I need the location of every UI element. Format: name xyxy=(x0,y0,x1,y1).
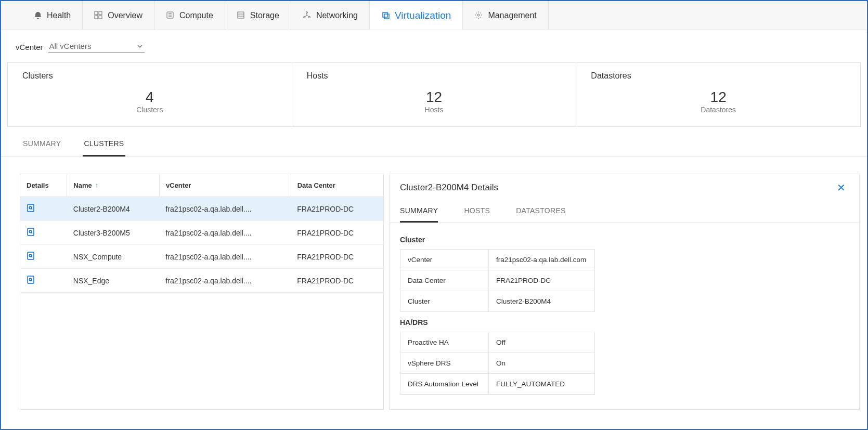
cell-name: Cluster2-B200M4 xyxy=(67,197,160,221)
section-title: Cluster xyxy=(400,236,849,244)
stat-value: 12 xyxy=(307,89,562,106)
vcenter-selected-value: All vCenters xyxy=(49,42,92,50)
svg-point-18 xyxy=(29,206,32,209)
svg-rect-0 xyxy=(95,11,98,15)
svg-rect-2 xyxy=(95,16,98,19)
kv-key: vCenter xyxy=(400,250,489,270)
network-icon xyxy=(303,11,312,20)
col-data-center[interactable]: Data Center xyxy=(291,174,383,197)
stat-card-datastores: Datastores12Datastores xyxy=(576,63,860,126)
details-header: Cluster2-B200M4 Details ✕ xyxy=(390,174,859,197)
gear-icon xyxy=(474,11,484,20)
kv-key: Data Center xyxy=(400,270,489,291)
cell-datacenter: FRA21PROD-DC xyxy=(291,221,383,245)
tab-label: Networking xyxy=(316,11,358,20)
kv-key: Proactive HA xyxy=(400,332,489,353)
table-row[interactable]: Cluster2-B200M4fra21psc02-a.qa.lab.dell.… xyxy=(20,197,383,221)
tab-storage[interactable]: Storage xyxy=(225,1,291,30)
tab-health[interactable]: Health xyxy=(22,1,83,30)
sort-asc-icon: ↑ xyxy=(95,182,98,189)
table-row[interactable]: Cluster3-B200M5fra21psc02-a.qa.lab.dell.… xyxy=(20,221,383,245)
kv-key: Cluster xyxy=(400,291,489,312)
section-title: HA/DRS xyxy=(400,318,849,327)
kv-value: Cluster2-B200M4 xyxy=(489,291,595,312)
stat-card-hosts: Hosts12Hosts xyxy=(292,63,577,126)
svg-line-28 xyxy=(31,280,32,281)
kv-row: ClusterCluster2-B200M4 xyxy=(400,291,595,312)
tab-networking[interactable]: Networking xyxy=(291,1,370,30)
svg-rect-3 xyxy=(99,16,102,19)
close-icon[interactable]: ✕ xyxy=(834,181,849,194)
svg-point-11 xyxy=(306,11,307,13)
cell-vcenter: fra21psc02-a.qa.lab.dell.... xyxy=(160,269,291,293)
details-tab-hosts[interactable]: HOSTS xyxy=(464,206,490,223)
details-tabs: SUMMARYHOSTSDATASTORES xyxy=(390,197,859,223)
svg-line-22 xyxy=(31,232,32,233)
cell-datacenter: FRA21PROD-DC xyxy=(291,269,383,293)
cell-vcenter: fra21psc02-a.qa.lab.dell.... xyxy=(160,245,291,269)
clusters-table-panel: DetailsName↑vCenterData Center Cluster2-… xyxy=(20,174,384,410)
details-icon[interactable] xyxy=(27,203,37,214)
tab-overview[interactable]: Overview xyxy=(83,1,154,30)
svg-point-21 xyxy=(29,230,32,233)
subtabs: SUMMARYCLUSTERS xyxy=(1,127,867,157)
col-details[interactable]: Details xyxy=(20,174,67,197)
col-vcenter[interactable]: vCenter xyxy=(160,174,291,197)
stat-title: Datastores xyxy=(591,71,846,81)
kv-row: DRS Automation LevelFULLY_AUTOMATED xyxy=(400,374,595,395)
kv-value: FRA21PROD-DC xyxy=(489,270,595,291)
table-row[interactable]: NSX_Edgefra21psc02-a.qa.lab.dell....FRA2… xyxy=(20,269,383,293)
storage-icon xyxy=(237,11,246,20)
details-tab-summary[interactable]: SUMMARY xyxy=(400,206,438,223)
stat-card-clusters: Clusters4Clusters xyxy=(8,63,292,126)
kv-table: Proactive HAOffvSphere DRSOnDRS Automati… xyxy=(400,332,595,395)
vcenter-select[interactable]: All vCenters xyxy=(48,41,145,53)
subtab-clusters[interactable]: CLUSTERS xyxy=(83,135,125,157)
copy-icon xyxy=(381,11,391,20)
svg-rect-17 xyxy=(28,204,34,212)
chevron-down-icon xyxy=(137,44,142,49)
svg-rect-8 xyxy=(238,12,244,18)
kv-value: On xyxy=(489,353,595,374)
stat-value: 12 xyxy=(591,89,846,106)
stats-row: Clusters4ClustersHosts12HostsDatastores1… xyxy=(7,62,861,127)
tab-label: Storage xyxy=(250,11,279,20)
stat-sub: Hosts xyxy=(307,106,562,114)
stat-value: 4 xyxy=(22,89,277,106)
svg-rect-14 xyxy=(383,12,387,17)
col-name[interactable]: Name↑ xyxy=(67,174,160,197)
cell-datacenter: FRA21PROD-DC xyxy=(291,245,383,269)
table-row[interactable]: NSX_Computefra21psc02-a.qa.lab.dell....F… xyxy=(20,245,383,269)
svg-rect-1 xyxy=(99,11,102,15)
subtab-summary[interactable]: SUMMARY xyxy=(22,135,62,157)
tab-label: Overview xyxy=(108,11,142,20)
tab-virtualization[interactable]: Virtualization xyxy=(370,1,463,30)
tab-compute[interactable]: Compute xyxy=(154,1,225,30)
tab-management[interactable]: Management xyxy=(463,1,548,30)
kv-key: DRS Automation Level xyxy=(400,374,489,395)
kv-table: vCenterfra21psc02-a.qa.lab.dell.comData … xyxy=(400,249,595,312)
details-icon[interactable] xyxy=(27,275,37,285)
filter-row: vCenter All vCenters xyxy=(1,30,867,57)
server-icon xyxy=(166,11,175,20)
kv-value: FULLY_AUTOMATED xyxy=(489,374,595,395)
cell-vcenter: fra21psc02-a.qa.lab.dell.... xyxy=(160,197,291,221)
details-body: ClustervCenterfra21psc02-a.qa.lab.dell.c… xyxy=(390,223,859,409)
svg-rect-26 xyxy=(28,276,34,283)
svg-line-19 xyxy=(31,209,32,210)
svg-rect-20 xyxy=(28,228,34,236)
details-title: Cluster2-B200M4 Details xyxy=(400,183,498,193)
cell-datacenter: FRA21PROD-DC xyxy=(291,197,383,221)
kv-row: vCenterfra21psc02-a.qa.lab.dell.com xyxy=(400,250,595,270)
stat-sub: Datastores xyxy=(591,106,846,114)
svg-line-25 xyxy=(31,256,32,257)
cell-name: Cluster3-B200M5 xyxy=(67,221,160,245)
details-icon[interactable] xyxy=(27,227,37,238)
svg-point-16 xyxy=(477,14,480,16)
details-icon[interactable] xyxy=(27,251,37,262)
grid-icon xyxy=(94,11,103,20)
kv-value: Off xyxy=(489,332,595,353)
details-tab-datastores[interactable]: DATASTORES xyxy=(516,206,566,223)
cell-name: NSX_Compute xyxy=(67,245,160,269)
svg-rect-23 xyxy=(28,252,34,259)
